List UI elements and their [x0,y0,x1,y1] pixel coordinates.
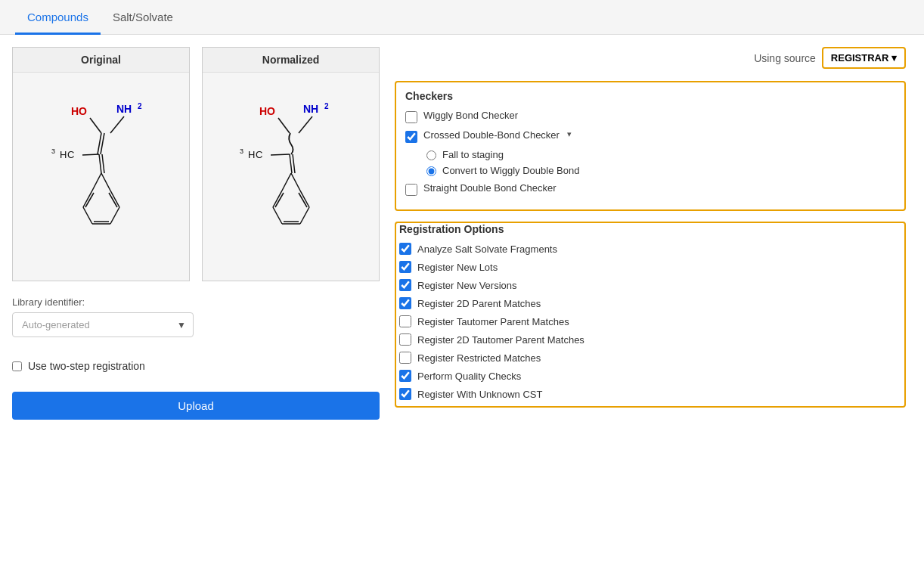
svg-line-38 [273,207,282,224]
tabs-bar: Compounds Salt/Solvate [0,0,924,35]
svg-text:H: H [60,149,67,160]
right-panel: Using source REGISTRAR ▾ Checkers Wiggly… [389,47,912,418]
crossed-bond-dropdown-icon[interactable]: ▾ [567,129,572,139]
tab-compounds[interactable]: Compounds [15,0,101,35]
svg-line-31 [271,154,290,155]
svg-text:NH: NH [303,103,318,115]
crossed-double-bond-checker-item: Crossed Double-Bond Checker ▾ [405,129,895,143]
svg-text:H: H [248,149,255,160]
svg-line-13 [92,173,101,191]
perform-quality-checks-checkbox[interactable] [399,370,411,382]
registration-options-section: Registration Options Analyze Salt Solvat… [395,222,906,408]
straight-double-bond-checker-item: Straight Double Bond Checker [405,182,895,196]
svg-text:2: 2 [324,102,329,110]
perform-quality-checks-label: Perform Quality Checks [417,371,521,382]
svg-line-39 [300,207,309,224]
register-2d-tautomer-parent-checkbox[interactable] [399,333,411,346]
register-tautomer-parent-checkbox[interactable] [399,315,411,327]
original-molecule-svg: HO NH 2 H 3 C [26,79,177,271]
svg-line-26 [278,118,290,133]
svg-text:NH: NH [116,103,132,115]
reg-option-analyze-salt: Analyze Salt Solvate Fragments [399,243,901,255]
svg-line-34 [282,173,291,191]
wiggly-bond-checker-item: Wiggly Bond Checker [405,110,895,123]
reg-option-tautomer-parent: Register Tautomer Parent Matches [399,315,901,327]
svg-line-3 [90,118,101,133]
source-button-label: REGISTRAR ▾ [831,52,897,64]
molecules-area: Original HO NH 2 [12,47,380,420]
crossed-double-bond-checkbox[interactable] [405,131,417,143]
library-select-wrapper: Auto-generated ▼ [12,312,194,337]
crossed-bond-sub-options: Fall to staging Convert to Wiggly Double… [426,149,895,176]
checkers-section: Checkers Wiggly Bond Checker Crossed Dou… [395,81,906,211]
source-row: Using source REGISTRAR ▾ [395,47,906,69]
svg-line-35 [291,173,300,191]
two-step-label: Use two-step registration [28,360,145,372]
register-2d-tautomer-parent-label: Register 2D Tautomer Parent Matches [417,334,584,346]
analyze-salt-label: Analyze Salt Solvate Fragments [417,243,557,255]
two-step-row: Use two-step registration [12,360,380,372]
normalized-panel-header: Normalized [203,48,379,73]
normalized-panel: Normalized HO NH 2 [202,47,380,281]
molecule-panels: Original HO NH 2 [12,47,380,281]
fall-to-staging-item: Fall to staging [426,149,895,160]
register-new-lots-checkbox[interactable] [399,261,411,273]
source-button[interactable]: REGISTRAR ▾ [822,47,906,69]
straight-double-bond-label: Straight Double Bond Checker [423,182,557,194]
svg-line-18 [110,207,119,224]
svg-text:3: 3 [240,147,243,155]
svg-text:C: C [256,149,262,160]
register-2d-parent-checkbox[interactable] [399,297,411,309]
register-unknown-cst-checkbox[interactable] [399,388,411,400]
register-new-lots-label: Register New Lots [417,262,498,273]
reg-option-restricted-matches: Register Restricted Matches [399,352,901,364]
svg-line-11 [99,154,101,173]
svg-line-17 [83,207,92,224]
crossed-double-bond-label: Crossed Double-Bond Checker [423,129,560,141]
reg-option-new-lots: Register New Lots [399,261,901,273]
reg-option-2d-parent: Register 2D Parent Matches [399,297,901,309]
source-label: Using source [754,52,816,64]
convert-to-wiggly-item: Convert to Wiggly Double Bond [426,165,895,176]
svg-line-12 [102,154,104,173]
convert-wiggly-label: Convert to Wiggly Double Bond [442,165,579,176]
svg-line-33 [293,154,295,173]
svg-text:HO: HO [71,105,87,117]
straight-double-bond-checkbox[interactable] [405,184,417,196]
register-new-versions-label: Register New Versions [417,280,517,291]
wiggly-bond-checkbox[interactable] [405,111,417,123]
registration-options-title: Registration Options [399,223,901,235]
register-unknown-cst-label: Register With Unknown CST [417,389,542,400]
reg-option-quality-checks: Perform Quality Checks [399,370,901,382]
normalized-molecule-svg: HO NH 2 H 3 C [215,79,367,271]
main-content: Original HO NH 2 [0,35,924,432]
svg-text:C: C [67,149,74,160]
svg-line-10 [82,154,99,155]
fall-to-staging-label: Fall to staging [442,149,504,160]
convert-wiggly-radio[interactable] [426,166,436,176]
svg-text:3: 3 [51,147,55,155]
original-molecule-display: HO NH 2 H 3 C [13,73,189,277]
svg-line-4 [110,116,124,133]
register-restricted-checkbox[interactable] [399,352,411,364]
upload-button[interactable]: Upload [12,392,380,420]
analyze-salt-checkbox[interactable] [399,243,411,255]
wiggly-bond-label: Wiggly Bond Checker [423,110,518,121]
library-select[interactable]: Auto-generated [12,312,194,337]
two-step-checkbox[interactable] [12,361,22,371]
svg-line-32 [290,154,292,173]
register-new-versions-checkbox[interactable] [399,279,411,291]
normalized-molecule-display: HO NH 2 H 3 C [203,73,379,277]
svg-text:2: 2 [138,102,142,110]
reg-option-new-versions: Register New Versions [399,279,901,291]
library-section: Library identifier: Auto-generated ▼ [12,290,380,343]
reg-option-unknown-cst: Register With Unknown CST [399,388,901,400]
register-tautomer-parent-label: Register Tautomer Parent Matches [417,316,569,327]
reg-option-2d-tautomer-parent: Register 2D Tautomer Parent Matches [399,333,901,346]
svg-line-14 [101,173,110,191]
tab-salt-solvate[interactable]: Salt/Solvate [101,0,185,35]
fall-to-staging-radio[interactable] [426,150,436,160]
svg-line-27 [299,116,312,133]
register-2d-parent-label: Register 2D Parent Matches [417,298,541,309]
svg-text:HO: HO [259,105,275,117]
